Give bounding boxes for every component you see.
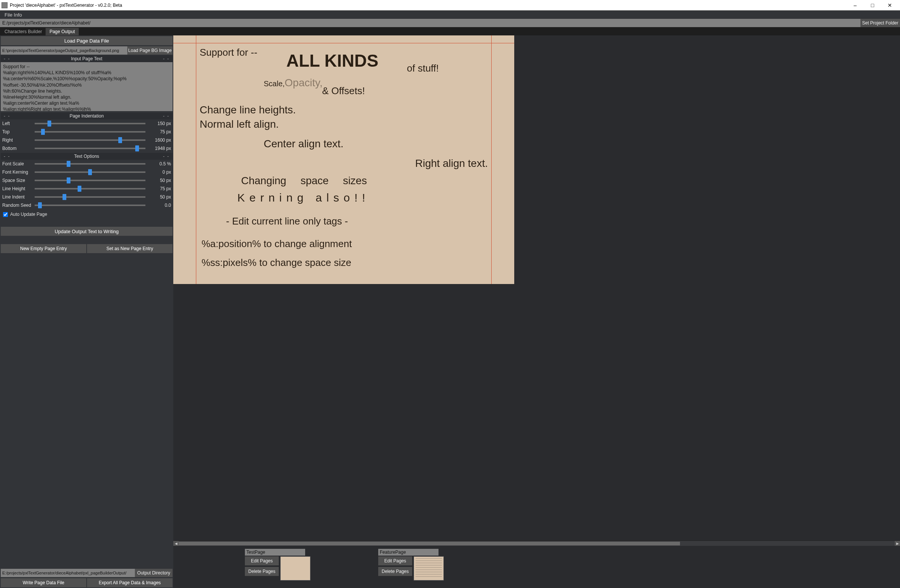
page-thumbnail[interactable] (414, 556, 444, 580)
right-panel: Support for -- ALL KINDS of stuff! Scale… (173, 36, 900, 588)
window-minimize-button[interactable]: – (847, 0, 864, 11)
slider-label-left: Left (2, 121, 32, 126)
slider-value-line-height: 75 px (149, 186, 171, 191)
slider-left[interactable] (35, 123, 146, 124)
slider-label-font-kerning: Font Kerning (2, 169, 32, 175)
canvas-text: Scale,Opacity, (264, 77, 323, 89)
canvas-text: Kerning also!! (237, 191, 369, 204)
set-new-page-button[interactable]: Set as New Page Entry (87, 244, 172, 253)
canvas-text: Right align text. (415, 157, 488, 169)
header-dashes: - - (163, 56, 169, 61)
delete-pages-button[interactable]: Delete Pages (245, 567, 279, 576)
slider-label-top: Top (2, 129, 32, 135)
canvas-text: Changing space sizes (241, 175, 367, 187)
slider-font-kerning[interactable] (35, 171, 146, 173)
page-canvas: Support for -- ALL KINDS of stuff! Scale… (173, 36, 514, 284)
slider-font-scale[interactable] (35, 163, 146, 164)
slider-value-left: 150 px (149, 121, 171, 126)
preview-viewport[interactable]: Support for -- ALL KINDS of stuff! Scale… (173, 36, 900, 540)
slider-label-random-seed: Random Seed (2, 203, 32, 208)
page-card-title: TestPage (245, 549, 305, 555)
page-thumbnail[interactable] (280, 556, 310, 580)
canvas-text: - Edit current line only tags - (226, 216, 348, 227)
bg-image-path-input[interactable] (1, 47, 127, 54)
guide-top (173, 43, 514, 43)
input-text-header: - - Input Page Text - - (1, 55, 172, 62)
horizontal-scrollbar[interactable]: ◀ ▶ (173, 540, 900, 546)
export-all-button[interactable]: Export All Page Data & Images (87, 578, 172, 587)
slider-line-height[interactable] (35, 188, 146, 189)
page-indent-header: - - Page Indentation - - (1, 113, 172, 119)
slider-value-line-indent: 50 px (149, 194, 171, 200)
slider-label-font-scale: Font Scale (2, 161, 32, 166)
delete-pages-button[interactable]: Delete Pages (378, 567, 412, 576)
text-options-title: Text Options (10, 154, 163, 159)
window-titlebar: Project 'dieceAlphabet' - pxlTextGenerat… (0, 0, 900, 11)
page-card-title: FeaturePage (378, 549, 439, 555)
scroll-thumb[interactable] (178, 541, 680, 545)
scroll-left-arrow-icon[interactable]: ◀ (173, 541, 178, 546)
menu-bar: File Info (0, 11, 900, 19)
slider-top[interactable] (35, 131, 146, 133)
window-title: Project 'dieceAlphabet' - pxlTextGenerat… (10, 3, 847, 8)
slider-label-space-size: Space Size (2, 178, 32, 183)
slider-line-indent[interactable] (35, 196, 146, 198)
write-page-data-button[interactable]: Write Page Data File (1, 578, 86, 587)
new-empty-page-button[interactable]: New Empty Page Entry (1, 244, 86, 253)
project-path-row: Set Project Folder (0, 19, 900, 27)
canvas-text: %a:position% to change alignment (202, 238, 352, 250)
load-page-data-button[interactable]: Load Page Data File (1, 36, 172, 45)
canvas-text: Change line heights. (200, 104, 296, 116)
slider-value-bottom: 1948 px (149, 146, 171, 151)
window-maximize-button[interactable]: □ (864, 0, 881, 11)
scroll-right-arrow-icon[interactable]: ▶ (895, 541, 900, 546)
guide-right (491, 36, 492, 284)
edit-pages-button[interactable]: Edit Pages (245, 556, 279, 565)
text-options-header: - - Text Options - - (1, 153, 172, 160)
slider-bottom[interactable] (35, 147, 146, 149)
tab-characters-builder[interactable]: Characters Builder (1, 28, 46, 36)
output-dir-button[interactable]: Output Directory (135, 569, 172, 577)
page-card-featurepage: FeaturePage Edit Pages Delete Pages (378, 549, 444, 580)
canvas-text: & Offsets! (322, 85, 365, 97)
slider-value-space-size: 50 px (149, 178, 171, 183)
slider-label-line-indent: Line Indent (2, 194, 32, 200)
input-text-title: Input Page Text (10, 56, 163, 61)
slider-label-right: Right (2, 138, 32, 143)
window-close-button[interactable]: ✕ (881, 0, 898, 11)
canvas-text: %ss:pixels% to change space size (202, 257, 351, 268)
slider-right[interactable] (35, 140, 146, 141)
project-path-input[interactable] (0, 19, 860, 27)
slider-space-size[interactable] (35, 180, 146, 181)
slider-value-random-seed: 0.0 (149, 203, 171, 208)
update-output-button[interactable]: Update Output Text to Writing (1, 227, 172, 236)
set-project-folder-button[interactable]: Set Project Folder (860, 19, 900, 27)
auto-update-checkbox[interactable] (3, 212, 8, 217)
slider-label-bottom: Bottom (2, 146, 32, 151)
slider-value-font-scale: 0.5 % (149, 161, 171, 166)
auto-update-label: Auto Update Page (10, 212, 47, 217)
left-panel: Load Page Data File Load Page BG Image -… (0, 36, 173, 588)
menu-file-info[interactable]: File Info (2, 11, 24, 19)
canvas-text: of stuff! (407, 62, 439, 74)
slider-value-top: 75 px (149, 129, 171, 135)
pages-strip: TestPage Edit Pages Delete Pages Feature… (173, 546, 900, 588)
guide-left (196, 36, 196, 284)
slider-random-seed[interactable] (35, 205, 146, 206)
page-card-testpage: TestPage Edit Pages Delete Pages (245, 549, 310, 580)
tabs-row: Characters Builder Page Output (0, 27, 900, 36)
input-page-text-area[interactable] (1, 62, 172, 111)
output-dir-input[interactable] (1, 569, 135, 577)
slider-label-line-height: Line Height (2, 186, 32, 191)
tab-page-output[interactable]: Page Output (46, 28, 78, 36)
canvas-text: Support for -- (200, 47, 257, 58)
canvas-text: Center align text. (264, 138, 344, 150)
slider-value-right: 1600 px (149, 138, 171, 143)
canvas-text: Normal left align. (200, 118, 279, 130)
edit-pages-button[interactable]: Edit Pages (378, 556, 412, 565)
canvas-text: ALL KINDS (286, 50, 379, 71)
load-bg-image-button[interactable]: Load Page BG Image (127, 47, 172, 54)
app-icon (2, 2, 8, 8)
header-dashes: - - (4, 56, 10, 61)
page-indent-title: Page Indentation (10, 113, 163, 119)
